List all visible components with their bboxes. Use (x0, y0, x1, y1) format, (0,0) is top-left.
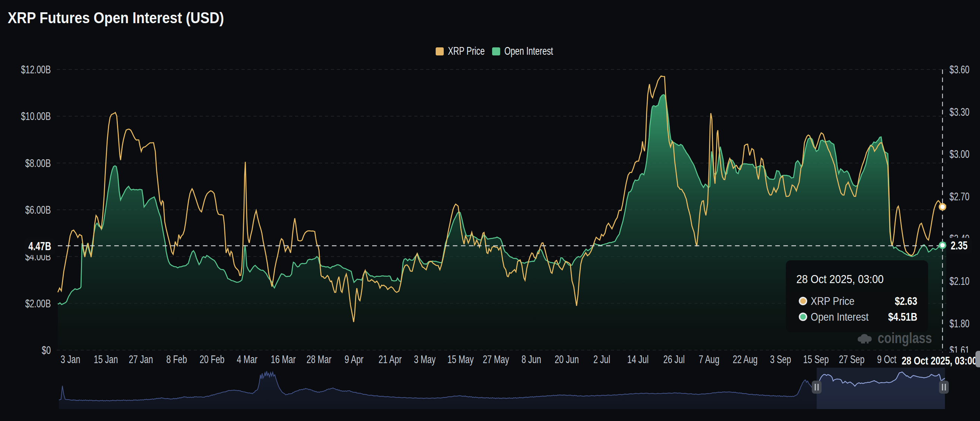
svg-text:21 Apr: 21 Apr (379, 353, 402, 365)
svg-text:$4.51B: $4.51B (888, 311, 917, 323)
svg-text:XRP Price: XRP Price (811, 295, 854, 307)
svg-text:3 Jan: 3 Jan (60, 353, 80, 365)
svg-text:coinglass: coinglass (878, 330, 932, 346)
svg-text:14 Jul: 14 Jul (627, 353, 649, 365)
svg-text:$6.00B: $6.00B (25, 204, 51, 216)
svg-text:XRP Price: XRP Price (448, 45, 485, 57)
svg-text:Open Interest: Open Interest (811, 311, 869, 323)
svg-text:$3.60: $3.60 (950, 64, 969, 76)
svg-text:$3.30: $3.30 (950, 106, 969, 118)
svg-text:$2.70: $2.70 (950, 190, 969, 203)
svg-text:$2.00B: $2.00B (25, 298, 51, 310)
svg-text:3 Sep: 3 Sep (770, 353, 791, 365)
svg-text:28 Mar: 28 Mar (307, 353, 332, 365)
svg-text:20 Jun: 20 Jun (555, 353, 579, 365)
svg-text:8 Jun: 8 Jun (522, 353, 541, 365)
svg-text:28 Oct 2025, 03:00: 28 Oct 2025, 03:00 (796, 272, 884, 285)
svg-text:9 Oct: 9 Oct (877, 353, 897, 365)
svg-text:Open Interest: Open Interest (504, 45, 553, 57)
svg-text:15 May: 15 May (448, 353, 474, 365)
svg-text:$10.00B: $10.00B (21, 110, 51, 123)
svg-text:$8.00B: $8.00B (25, 157, 51, 169)
svg-text:15 Sep: 15 Sep (803, 353, 829, 365)
svg-text:7 Aug: 7 Aug (699, 353, 719, 365)
svg-text:27 May: 27 May (483, 353, 509, 365)
svg-text:XRP Futures Open Interest (USD: XRP Futures Open Interest (USD) (8, 9, 224, 27)
svg-text:16 Mar: 16 Mar (271, 353, 296, 365)
svg-text:$3.00: $3.00 (950, 148, 969, 160)
svg-text:9 Apr: 9 Apr (345, 353, 363, 365)
svg-text:28 Oct 2025, 03:00: 28 Oct 2025, 03:00 (902, 355, 977, 367)
svg-text:27 Sep: 27 Sep (839, 353, 865, 365)
svg-text:$2.10: $2.10 (950, 275, 969, 287)
svg-text:$12.00B: $12.00B (21, 64, 51, 76)
svg-text:8 Feb: 8 Feb (167, 353, 187, 365)
svg-text:2.35: 2.35 (951, 239, 968, 252)
svg-text:20 Feb: 20 Feb (200, 353, 225, 365)
svg-text:2 Jul: 2 Jul (593, 353, 610, 365)
svg-text:4.47B: 4.47B (29, 239, 51, 253)
svg-text:27 Jan: 27 Jan (129, 353, 153, 365)
svg-text:$0: $0 (42, 344, 51, 356)
svg-text:4 Mar: 4 Mar (237, 353, 258, 365)
svg-text:26 Jul: 26 Jul (663, 353, 685, 365)
svg-text:22 Aug: 22 Aug (733, 353, 758, 365)
svg-text:3 May: 3 May (414, 353, 436, 365)
svg-text:15 Jan: 15 Jan (94, 353, 118, 365)
svg-text:$2.63: $2.63 (895, 295, 917, 307)
svg-text:$1.80: $1.80 (950, 317, 969, 330)
